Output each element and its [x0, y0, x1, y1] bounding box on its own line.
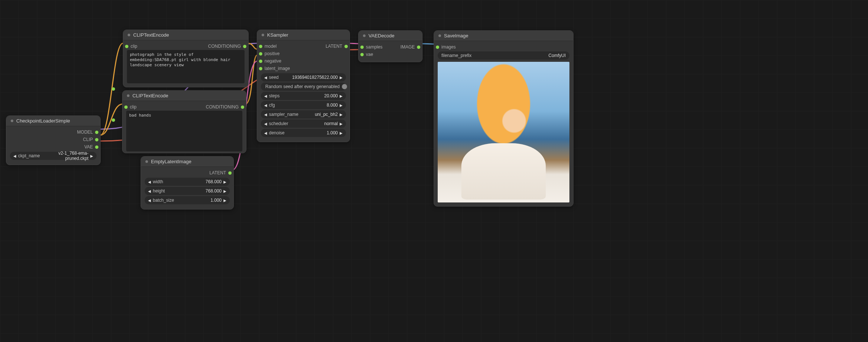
chevron-left-icon[interactable]: ◀: [148, 180, 151, 184]
chevron-left-icon[interactable]: ◀: [148, 189, 151, 193]
junction-dot: [112, 118, 115, 122]
prompt-textarea[interactable]: bad hands: [126, 111, 242, 151]
node-title: CheckpointLoaderSimple: [16, 118, 70, 124]
port-icon[interactable]: [360, 53, 364, 56]
node-title: EmptyLatentImage: [151, 159, 191, 164]
input-clip[interactable]: clip: [126, 104, 137, 110]
chevron-left-icon[interactable]: ◀: [264, 103, 268, 107]
port-icon[interactable]: [95, 138, 98, 141]
seed-widget[interactable]: ◀seed193694018275622.000▶: [261, 73, 346, 81]
collapse-dot-icon[interactable]: [363, 34, 366, 37]
node-clip-text-encode-negative[interactable]: CLIPTextEncode clip CONDITIONING bad han…: [122, 90, 246, 153]
scheduler-widget[interactable]: ◀schedulernormal▶: [261, 120, 346, 128]
node-title: SaveImage: [444, 33, 468, 38]
collapse-dot-icon[interactable]: [11, 120, 13, 122]
chevron-left-icon[interactable]: ◀: [13, 154, 17, 158]
input-model[interactable]: model: [261, 44, 277, 49]
port-icon[interactable]: [417, 46, 420, 49]
output-image-preview: [438, 62, 569, 202]
node-title: KSampler: [267, 32, 288, 38]
output-conditioning[interactable]: CONDITIONING: [208, 44, 245, 49]
filename-prefix-input[interactable]: filename_prefix ComfyUI: [438, 51, 569, 60]
input-negative[interactable]: negative: [261, 57, 346, 65]
output-latent[interactable]: LATENT: [145, 169, 230, 177]
output-latent[interactable]: LATENT: [326, 44, 346, 49]
port-icon[interactable]: [259, 60, 262, 63]
chevron-left-icon[interactable]: ◀: [264, 122, 268, 126]
node-header[interactable]: CheckpointLoaderSimple: [6, 116, 100, 126]
width-widget[interactable]: ◀width768.000▶: [145, 178, 230, 186]
height-widget[interactable]: ◀height768.000▶: [145, 187, 230, 195]
input-images[interactable]: images: [438, 43, 569, 51]
node-header[interactable]: EmptyLatentImage: [141, 157, 233, 167]
collapse-dot-icon[interactable]: [145, 160, 148, 163]
port-icon[interactable]: [243, 45, 246, 48]
port-icon[interactable]: [124, 105, 128, 109]
node-vae-decode[interactable]: VAEDecode samples IMAGE vae: [358, 30, 423, 62]
sampler-name-widget[interactable]: ◀sampler_nameuni_pc_bh2▶: [261, 110, 346, 118]
chevron-right-icon[interactable]: ▶: [339, 113, 343, 117]
node-header[interactable]: CLIPTextEncode: [123, 30, 248, 40]
port-icon[interactable]: [259, 67, 262, 70]
port-icon[interactable]: [95, 131, 98, 134]
ckpt-name-widget[interactable]: ◀ ckpt_name v2-1_768-ema-pruned.ckpt ▶: [10, 152, 97, 160]
node-header[interactable]: KSampler: [257, 30, 350, 40]
random-seed-toggle[interactable]: Random seed after every genenabled: [261, 83, 346, 91]
batch-size-widget[interactable]: ◀batch_size1.000▶: [145, 196, 230, 204]
steps-widget[interactable]: ◀steps20.000▶: [261, 92, 346, 100]
chevron-right-icon[interactable]: ▶: [223, 189, 227, 193]
chevron-left-icon[interactable]: ◀: [264, 131, 268, 135]
port-icon[interactable]: [125, 45, 128, 48]
node-clip-text-encode-positive[interactable]: CLIPTextEncode clip CONDITIONING photogr…: [123, 30, 249, 87]
port-icon[interactable]: [259, 52, 262, 56]
input-clip[interactable]: clip: [127, 44, 137, 49]
input-positive[interactable]: positive: [261, 50, 346, 57]
chevron-left-icon[interactable]: ◀: [264, 113, 268, 117]
port-icon[interactable]: [259, 45, 262, 48]
denoise-widget[interactable]: ◀denoise1.000▶: [261, 129, 346, 137]
port-icon[interactable]: [228, 171, 232, 175]
port-icon[interactable]: [436, 46, 439, 49]
input-samples[interactable]: samples: [362, 44, 383, 50]
node-title: CLIPTextEncode: [132, 93, 168, 98]
output-clip[interactable]: CLIP: [10, 136, 97, 143]
output-model[interactable]: MODEL: [10, 128, 97, 136]
node-ksampler[interactable]: KSampler model LATENT positive negative …: [257, 30, 350, 142]
chevron-right-icon[interactable]: ▶: [339, 122, 343, 126]
node-empty-latent-image[interactable]: EmptyLatentImage LATENT ◀width768.000▶ ◀…: [141, 156, 234, 209]
node-title: CLIPTextEncode: [133, 32, 169, 38]
chevron-right-icon[interactable]: ▶: [223, 180, 227, 184]
cfg-widget[interactable]: ◀cfg8.000▶: [261, 101, 346, 109]
chevron-right-icon[interactable]: ▶: [90, 154, 94, 158]
node-title: VAEDecode: [369, 33, 394, 38]
chevron-right-icon[interactable]: ▶: [339, 131, 343, 135]
port-icon[interactable]: [241, 105, 244, 109]
collapse-dot-icon[interactable]: [262, 34, 264, 36]
chevron-left-icon[interactable]: ◀: [148, 198, 151, 202]
output-image[interactable]: IMAGE: [400, 44, 418, 50]
chevron-right-icon[interactable]: ▶: [339, 103, 343, 107]
input-latent-image[interactable]: latent_image: [261, 65, 346, 72]
node-header[interactable]: VAEDecode: [359, 31, 422, 41]
chevron-right-icon[interactable]: ▶: [223, 198, 227, 202]
toggle-knob-icon[interactable]: [342, 84, 347, 89]
junction-dot: [112, 87, 115, 91]
chevron-right-icon[interactable]: ▶: [339, 94, 343, 98]
node-checkpoint-loader[interactable]: CheckpointLoaderSimple MODEL CLIP VAE ◀ …: [6, 115, 101, 165]
output-conditioning[interactable]: CONDITIONING: [206, 104, 242, 110]
port-icon[interactable]: [344, 45, 348, 48]
chevron-left-icon[interactable]: ◀: [264, 94, 268, 98]
port-icon[interactable]: [360, 46, 364, 49]
chevron-right-icon[interactable]: ▶: [339, 76, 343, 80]
node-header[interactable]: SaveImage: [434, 31, 573, 41]
collapse-dot-icon[interactable]: [128, 34, 130, 36]
collapse-dot-icon[interactable]: [127, 94, 129, 97]
port-icon[interactable]: [95, 145, 98, 149]
chevron-left-icon[interactable]: ◀: [264, 76, 268, 80]
prompt-textarea[interactable]: photograph in the style of embedding:SDA…: [127, 50, 245, 83]
output-vae[interactable]: VAE: [10, 143, 97, 151]
node-save-image[interactable]: SaveImage images filename_prefix ComfyUI: [434, 30, 573, 207]
collapse-dot-icon[interactable]: [438, 34, 441, 37]
input-vae[interactable]: vae: [362, 51, 418, 58]
node-header[interactable]: CLIPTextEncode: [122, 91, 246, 101]
